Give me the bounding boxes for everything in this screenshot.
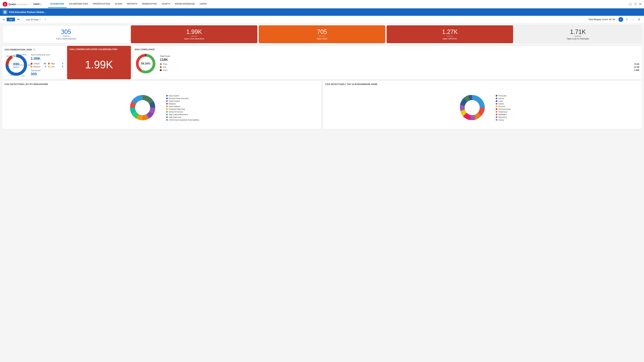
stat-label-open-qlys: Open & QLYS Patchable [567, 38, 589, 40]
nav-item-prioritization[interactable]: PRIORITIZATION [90, 0, 112, 8]
disa-error-label: Error [163, 69, 633, 71]
ransomware-legend: FessLeak Samsa Lucky Cerber [496, 95, 511, 121]
nav-item-reports[interactable]: REPORTS [125, 0, 140, 8]
date-filter[interactable]: Last 30 Days [24, 18, 42, 22]
risk-medium-row: Medium 0 [31, 66, 46, 68]
help-icon[interactable]: ⓘ [634, 2, 637, 6]
ring-label-medium: Medium (500-699) [6, 55, 19, 57]
toolbar-icons: + ↻ ↓ ⚙ [618, 17, 641, 22]
add-widget-button[interactable]: + [618, 17, 623, 22]
ransomware-dot-teslacrypt [496, 111, 497, 113]
svg-rect-0 [4, 11, 5, 12]
disa-legend: Total Count 118K Pass 70.1K Fail 47.3K [160, 55, 640, 72]
ransomware-label-netwalker: NetWalker [498, 114, 507, 116]
ransomware-legend-fessleak: FessLeak [496, 95, 511, 97]
donut-label: Medium [13, 66, 20, 68]
nav-item-assets[interactable]: ASSETS [159, 0, 172, 8]
ransomware-dot-cerber [496, 103, 497, 105]
remediation-risk-info-icon[interactable]: ⓘ [33, 48, 36, 51]
disa-pass-value: 70.1K [634, 63, 640, 65]
rti-pie-container: Easy Exploit Remote Code Execution Publi… [4, 88, 319, 127]
nav-item-vulnerabilities[interactable]: VULNERABILITIES [66, 0, 90, 8]
all-button[interactable]: All [15, 18, 22, 21]
risk-critical-value: 60 [44, 63, 46, 65]
refresh-icon[interactable]: ↻ [624, 17, 629, 22]
disa-fail-value: 47.3K [634, 66, 640, 68]
rti-legend-public-exploit: Public Exploit [166, 100, 199, 102]
stat-asset-exposure[interactable]: 305 CISA | Asset Exposure [3, 25, 130, 43]
ransomware-pie-container: FessLeak Samsa Lucky Cerber [325, 88, 640, 127]
svg-rect-1 [5, 11, 6, 12]
filter-info-icon[interactable]: ⓘ [44, 18, 46, 21]
ransomware-legend-lucky: Lucky [496, 100, 511, 102]
rti-legend-rce: Remote Code Execution [166, 97, 199, 99]
settings-icon[interactable]: ⚙ [636, 17, 641, 22]
nav-item-scans[interactable]: SCANS [112, 0, 125, 8]
stat-value-open-high: 705 [317, 29, 327, 35]
disa-error-row: Error 1.04K [160, 69, 640, 71]
filter-bar: ✉ Any All Last 30 Days ⓘ Total Widgets C… [0, 16, 644, 23]
disa-error-dot [160, 69, 162, 71]
download-icon[interactable]: ↓ [630, 17, 635, 22]
rti-dot-easy-exploit [166, 95, 168, 97]
grid-icon[interactable] [3, 10, 8, 15]
risk-high-row: High 0 [48, 63, 63, 65]
ransomware-dot-prolock [496, 106, 497, 107]
svg-rect-2 [4, 12, 5, 13]
ransomware-legend-wannacry: WannaCry [496, 116, 511, 118]
svg-rect-3 [5, 12, 6, 13]
rti-dot-active-attacks [166, 106, 168, 107]
rti-legend-lateral-movement: High Lateral Movement [166, 114, 199, 116]
ransomware-dot-fessleak [496, 95, 497, 97]
date-filter-label: Last 30 Days [26, 18, 38, 21]
risk-total-assets-value: 305 [31, 72, 63, 76]
risk-low-dot [48, 66, 50, 68]
disa-title: DISA COMPLIANCE [135, 48, 640, 51]
ransomware-chart-panel: CISA DETECTIONS | TOP 10 RANSOMWARE NAME [323, 81, 642, 129]
ransomware-dot-samsa [496, 98, 497, 99]
nav-item-users[interactable]: USERS [197, 0, 209, 8]
risk-medium-value: 0 [45, 66, 46, 68]
bottom-row: CISA DETECTIONS | BY RTI BREAKDOWN [2, 81, 642, 129]
nav-item-knowledgebase[interactable]: KNOWLEDGEBASE [172, 0, 197, 8]
stat-open-qlys[interactable]: 1.71K Open & QLYS Patchable [514, 25, 641, 43]
vmdr-button[interactable]: VMDR [32, 2, 43, 6]
risk-critical-row: Critical 60 [31, 63, 46, 65]
disa-total-value: 118K [160, 58, 640, 62]
risk-low-value: 0 [62, 66, 63, 68]
disa-donut-chart: 59.16% [135, 53, 156, 75]
donut-center: 690 Medium [13, 62, 20, 68]
risk-low-row: Low 0 [48, 66, 63, 68]
stat-label-open-cisa: Open CISA Detections [184, 38, 204, 40]
nav-item-dashboard[interactable]: DASHBOARD [48, 0, 66, 8]
remediation-risk-title: CISA REMEDIATION | RISK ⓘ [4, 48, 63, 51]
ransomware-legend-samsa: Samsa [496, 97, 511, 99]
ransomware-label-urausy: Urausy [498, 119, 504, 121]
rti-dot-cisa-known [166, 119, 168, 121]
rti-dot-dos [166, 111, 168, 113]
mail-icon[interactable]: ✉ [639, 3, 641, 6]
rti-legend: Easy Exploit Remote Code Execution Publi… [166, 95, 199, 121]
stat-open-cisa[interactable]: 1.99K Open CISA Detections [131, 25, 258, 43]
rti-label-lateral-movement: High Lateral Movement [169, 114, 188, 116]
rti-label-rce: Remote Code Execution [169, 97, 189, 99]
rti-dot-high-data-loss [166, 116, 168, 118]
nav-item-remediation[interactable]: REMEDIATION [140, 0, 159, 8]
main-content: CISA REMEDIATION | RISK ⓘ 690 [0, 45, 644, 133]
stat-open-critical[interactable]: 1.27K Open CRITICAL [386, 25, 513, 43]
rti-label-active-attacks: Active Attacks [169, 105, 180, 108]
vmdr-label: VMDR [33, 3, 40, 5]
vmdr-chevron-icon [40, 3, 41, 5]
exploited-value: 1.99K [70, 53, 128, 77]
rti-legend-active-attacks: Active Attacks [166, 105, 199, 108]
user-icon[interactable]: ◯ [629, 3, 632, 6]
rti-dot-malware [166, 103, 168, 105]
any-button[interactable]: Any [7, 18, 15, 21]
exploited-title-text: CISA | KNOWN EXPLOITED VULNERABILITIES [70, 48, 118, 51]
any-all-toggle: Any All [6, 18, 22, 22]
stats-row: 305 CISA | Asset Exposure 1.99K Open CIS… [0, 23, 644, 45]
ring-label-1000: 1000 [21, 75, 25, 77]
remediation-risk-title-text: CISA REMEDIATION | RISK [4, 49, 32, 51]
risk-medium-label: Medium [34, 66, 44, 68]
stat-open-high[interactable]: 705 Open HIGH [259, 25, 385, 43]
